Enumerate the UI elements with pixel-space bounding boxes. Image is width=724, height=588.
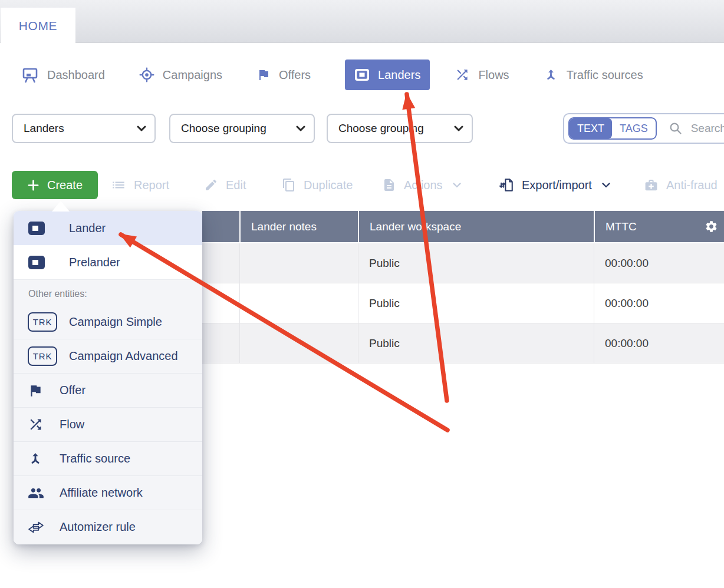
- toggle-text-button[interactable]: TEXT: [570, 118, 612, 138]
- landers-icon: [354, 68, 370, 81]
- anti-fraud-button[interactable]: Anti-fraud: [644, 171, 718, 199]
- nav-item-flows[interactable]: Flows: [455, 67, 509, 82]
- offers-icon: [256, 68, 271, 82]
- export-import-icon: [499, 177, 514, 193]
- trk-badge: TRK: [28, 346, 57, 366]
- search-bar: TEXT TAGS Search: [563, 113, 724, 144]
- table-header-lander-workspace[interactable]: Lander workspace: [358, 211, 594, 242]
- cell-mttc: 00:00:00: [594, 323, 724, 363]
- table-header-mttc[interactable]: MTTC: [594, 211, 724, 242]
- menu-item-traffic-source[interactable]: Traffic source: [14, 441, 202, 475]
- grouping-select-value: Choose grouping: [338, 122, 424, 135]
- menu-item-label: Affiliate network: [60, 486, 143, 500]
- menu-caret: [52, 201, 70, 212]
- grouping-select-1[interactable]: Choose grouping: [169, 114, 315, 143]
- search-mode-toggle: TEXT TAGS: [568, 117, 657, 140]
- dashboard-icon: [21, 67, 39, 83]
- tab-home[interactable]: HOME: [1, 8, 75, 44]
- menu-item-prelander[interactable]: Prelander: [14, 245, 202, 279]
- actions-label: Actions: [404, 179, 443, 192]
- menu-item-label: Prelander: [69, 256, 120, 269]
- menu-item-campaign-advanced[interactable]: TRK Campaign Advanced: [14, 339, 202, 373]
- export-import-button[interactable]: Export/import: [499, 171, 610, 199]
- plus-icon: [27, 179, 40, 191]
- cell-mttc: 00:00:00: [594, 283, 724, 323]
- cell-stub: [202, 243, 239, 283]
- edit-pencil-icon: [204, 178, 218, 192]
- home-tab-label: HOME: [19, 19, 57, 33]
- nav-label: Traffic sources: [567, 68, 643, 82]
- duplicate-button[interactable]: Duplicate: [282, 171, 353, 199]
- actions-document-icon: [382, 178, 396, 192]
- menu-item-label: Campaign Simple: [69, 315, 162, 329]
- flows-icon: [455, 67, 470, 82]
- anti-fraud-kit-icon: [644, 178, 659, 193]
- table-header-stub: [202, 211, 239, 242]
- report-list-icon: [111, 177, 126, 193]
- main-navbar: Dashboard Campaigns Offers Landers: [0, 44, 724, 106]
- nav-item-campaigns[interactable]: Campaigns: [139, 67, 222, 82]
- nav-item-traffic-sources[interactable]: Traffic sources: [544, 68, 643, 82]
- flow-shuffle-icon: [28, 417, 48, 432]
- cell-lander-notes: [239, 323, 358, 363]
- menu-item-flow[interactable]: Flow: [14, 407, 202, 441]
- report-button[interactable]: Report: [111, 171, 169, 199]
- table-row[interactable]: Public 00:00:00: [202, 283, 724, 323]
- nav-label: Offers: [279, 68, 311, 82]
- table-row[interactable]: Public 00:00:00: [202, 243, 724, 283]
- toggle-tags-button[interactable]: TAGS: [612, 118, 656, 138]
- entity-select-value: Landers: [24, 122, 64, 135]
- duplicate-label: Duplicate: [304, 179, 353, 192]
- nav-label: Dashboard: [47, 68, 105, 82]
- menu-item-label: Traffic source: [60, 452, 130, 465]
- table-header-row: Lander notes Lander workspace MTTC: [202, 211, 724, 243]
- nav-item-dashboard[interactable]: Dashboard: [21, 67, 105, 83]
- gear-icon[interactable]: [705, 220, 718, 233]
- menu-item-lander[interactable]: Lander: [14, 211, 202, 245]
- search-input[interactable]: Search: [691, 122, 724, 135]
- people-icon: [28, 485, 48, 501]
- top-band: [0, 0, 724, 43]
- nav-label: Flows: [478, 68, 509, 82]
- cell-lander-workspace: Public: [358, 243, 594, 283]
- mttc-label: MTTC: [605, 220, 637, 233]
- menu-item-label: Offer: [60, 384, 85, 397]
- nav-item-landers[interactable]: Landers: [345, 60, 430, 90]
- create-button[interactable]: Create: [12, 171, 98, 199]
- trk-badge: TRK: [28, 312, 57, 332]
- entity-select[interactable]: Landers: [12, 114, 156, 143]
- cell-mttc: 00:00:00: [594, 243, 724, 283]
- chevron-down-icon: [296, 125, 305, 131]
- menu-item-label: Automizer rule: [60, 520, 136, 534]
- search-icon: [669, 121, 683, 136]
- edit-button[interactable]: Edit: [204, 171, 246, 199]
- cell-lander-workspace: Public: [358, 283, 594, 323]
- menu-item-offer[interactable]: Offer: [14, 373, 202, 407]
- duplicate-copy-icon: [282, 178, 296, 192]
- report-label: Report: [134, 179, 169, 192]
- nav-item-offers[interactable]: Offers: [256, 68, 311, 82]
- offer-flag-icon: [28, 383, 48, 398]
- other-entities-label: Other entities:: [14, 280, 202, 305]
- cell-lander-notes: [239, 283, 358, 323]
- grouping-select-2[interactable]: Choose grouping: [327, 114, 473, 143]
- export-import-label: Export/import: [522, 179, 592, 192]
- table-header-lander-notes[interactable]: Lander notes: [239, 211, 358, 242]
- cell-stub: [202, 283, 239, 323]
- create-menu: Lander Prelander Other entities: TRK Cam…: [14, 211, 202, 544]
- menu-item-label: Campaign Advanced: [69, 349, 178, 363]
- actions-button[interactable]: Actions: [382, 171, 461, 199]
- menu-item-campaign-simple[interactable]: TRK Campaign Simple: [14, 305, 202, 339]
- nav-label: Campaigns: [163, 68, 222, 82]
- anti-fraud-label: Anti-fraud: [666, 179, 718, 192]
- edit-label: Edit: [226, 179, 246, 192]
- table-row[interactable]: Public 00:00:00: [202, 323, 724, 364]
- menu-item-label: Flow: [60, 418, 84, 431]
- cell-lander-notes: [239, 243, 358, 283]
- menu-item-automizer-rule[interactable]: Automizer rule: [14, 510, 202, 544]
- nav-label: Landers: [378, 68, 420, 82]
- menu-item-affiliate-network[interactable]: Affiliate network: [14, 475, 202, 510]
- chevron-down-icon: [453, 183, 461, 188]
- campaigns-icon: [139, 67, 154, 82]
- traffic-source-icon: [28, 451, 48, 467]
